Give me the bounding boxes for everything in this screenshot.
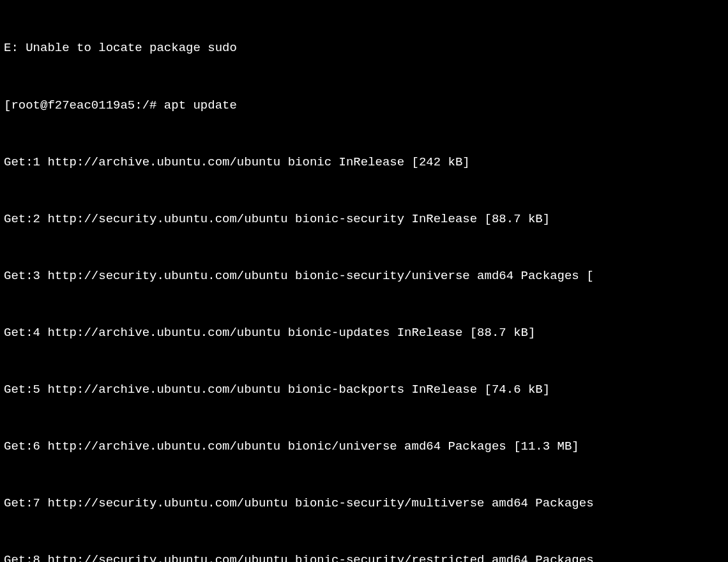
terminal-line: Get:7 http://security.ubuntu.com/ubuntu … [4, 494, 728, 513]
terminal-line: Get:4 http://archive.ubuntu.com/ubuntu b… [4, 324, 728, 343]
terminal-line: Get:2 http://security.ubuntu.com/ubuntu … [4, 210, 728, 229]
terminal-line: Get:8 http://security.ubuntu.com/ubuntu … [4, 551, 728, 562]
terminal-line: Get:5 http://archive.ubuntu.com/ubuntu b… [4, 381, 728, 400]
terminal-line: Get:3 http://security.ubuntu.com/ubuntu … [4, 267, 728, 286]
terminal-output[interactable]: E: Unable to locate package sudo [root@f… [0, 0, 728, 562]
terminal-line: E: Unable to locate package sudo [4, 39, 728, 58]
terminal-line: Get:1 http://archive.ubuntu.com/ubuntu b… [4, 153, 728, 172]
terminal-line: Get:6 http://archive.ubuntu.com/ubuntu b… [4, 437, 728, 457]
terminal-prompt-line: [root@f27eac0119a5:/# apt update [4, 96, 728, 116]
